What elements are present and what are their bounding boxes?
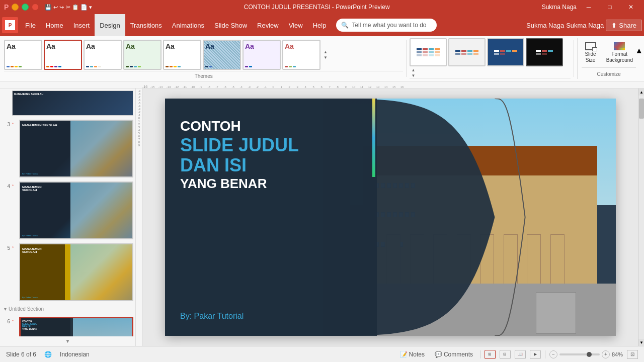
theme-item-7[interactable]: Aa xyxy=(243,40,281,70)
zoom-slider[interactable] xyxy=(559,353,600,355)
slide-title-line2: SLIDE JUDUL xyxy=(180,136,396,154)
zoom-out-btn[interactable]: − xyxy=(549,350,557,358)
theme-item-6[interactable]: Aa xyxy=(203,40,241,70)
themes-label: Themes xyxy=(4,71,403,79)
theme-item-4[interactable]: Aa xyxy=(123,40,162,70)
section-name: Untitled Section xyxy=(9,306,44,312)
canvas-area: CONTOH SLIDE JUDUL DAN ISI YANG BENAR By… xyxy=(143,88,638,346)
app-logo: P xyxy=(2,17,18,33)
titlebar-icons: 💾 ↩ ↪ ✂ 📋 📄 ▾ xyxy=(45,4,92,11)
format-background-button[interactable]: Format Background xyxy=(603,40,636,65)
slide-size-button[interactable]: Slide Size xyxy=(582,40,599,65)
variant-item-1[interactable] xyxy=(410,38,447,66)
panel-scroll-down[interactable]: ▼ xyxy=(0,336,135,346)
slide-text-area: CONTOH SLIDE JUDUL DAN ISI YANG BENAR xyxy=(180,119,396,191)
share-label: Share xyxy=(619,22,636,29)
titlebar-title: CONTOH JUDUL PRESENTASI - PowerPoint Pre… xyxy=(92,4,542,11)
fit-slide-btn[interactable]: ⊡ xyxy=(627,350,638,359)
slide-star-3: * xyxy=(12,120,17,126)
themes-scroll[interactable]: ▲ ▼ xyxy=(322,50,329,60)
menu-animations[interactable]: Animations xyxy=(167,14,209,36)
right-scrollbar[interactable]: ▲ ▼ xyxy=(638,88,644,346)
menu-right: Sukma Naga Sukma Naga ⬆ Share xyxy=(526,20,642,31)
maximize-icon xyxy=(22,4,29,11)
scroll-up-icon[interactable]: ▲ xyxy=(324,50,328,54)
win-maximize-btn[interactable]: □ xyxy=(601,0,619,14)
windows-row-2 xyxy=(375,212,415,217)
win-minimize-btn[interactable]: ─ xyxy=(580,0,598,14)
vruler-ticks: -9-8-7-6-5-4-3-2-10123456789 xyxy=(138,89,140,147)
slide-thumb-3[interactable]: MANAJEMEN SEKOLAH By: Pakar Tutorial xyxy=(19,120,133,177)
court xyxy=(350,284,616,336)
vertical-ruler: -9-8-7-6-5-4-3-2-10123456789 xyxy=(136,88,143,346)
variants-label: Variants xyxy=(410,78,571,81)
theme-item-1[interactable]: Aa xyxy=(4,40,42,70)
theme-item-5[interactable]: Aa xyxy=(163,40,201,70)
win-close-btn[interactable]: ✕ xyxy=(622,0,640,14)
main-area: MANAJEMEN SEKOLAH 3 * MANAJEMEN SEKOLAH xyxy=(0,88,644,346)
scroll-thumb[interactable] xyxy=(639,99,644,119)
menu-view[interactable]: View xyxy=(284,14,308,36)
search-bar[interactable]: 🔍 Tell me what you want to do xyxy=(336,19,437,32)
slideshow-btn[interactable]: ▶ xyxy=(530,350,541,359)
slide-number-3: 3 xyxy=(2,120,10,127)
titlebar-left: P 💾 ↩ ↪ ✂ 📋 📄 ▾ xyxy=(4,3,92,11)
slide-title-line1: CONTOH xyxy=(180,119,396,134)
variants-scroll[interactable]: ▲ ▼ xyxy=(410,68,417,78)
panel-down-arrow[interactable]: ▼ xyxy=(65,338,70,344)
slide-canvas[interactable]: CONTOH SLIDE JUDUL DAN ISI YANG BENAR By… xyxy=(165,99,616,336)
slide-star-5: * xyxy=(12,243,17,250)
notes-button[interactable]: 📝 Notes xyxy=(397,350,428,359)
slide-thumb-5[interactable]: MANAJEMEN SEKOLAH By: Pakar Tutorial xyxy=(19,243,133,301)
ribbon-divider-1 xyxy=(406,40,407,77)
reading-view-btn[interactable]: 📖 xyxy=(515,350,526,359)
slide-thumb-4[interactable]: MANAJEMEN SEKOLAH By: Pakar Tutorial xyxy=(19,182,133,239)
theme-item-8[interactable]: Aa xyxy=(282,40,320,70)
customize-label-text: Customize xyxy=(597,71,621,77)
menu-home[interactable]: Home xyxy=(41,14,68,36)
variants-scroll-down[interactable]: ▼ xyxy=(411,73,415,78)
zoom-thumb xyxy=(587,352,592,357)
slide-row-3: 3 * MANAJEMEN SEKOLAH By: Pakar Tutorial xyxy=(2,120,133,177)
zoom-percent: 84% xyxy=(612,351,623,357)
variant-item-3[interactable] xyxy=(487,38,524,66)
format-bg-icon xyxy=(614,42,625,50)
menu-review[interactable]: Review xyxy=(252,14,284,36)
variants-scroll-up[interactable]: ▲ xyxy=(411,68,415,72)
zoom-in-btn[interactable]: + xyxy=(602,350,610,358)
share-button[interactable]: ⬆ Share xyxy=(606,20,642,31)
comments-button[interactable]: 💬 Comments xyxy=(432,350,476,359)
notes-label: Notes xyxy=(409,351,425,358)
zoom-area: − + 84% xyxy=(549,350,623,358)
slide-thumb-partial[interactable]: MANAJEMEN SEKOLAH xyxy=(12,90,133,116)
menu-insert[interactable]: Insert xyxy=(68,14,95,36)
variant-item-4[interactable] xyxy=(526,38,563,66)
share-icon: ⬆ xyxy=(611,22,617,29)
variant-item-2[interactable] xyxy=(448,38,486,66)
minimize-icon xyxy=(12,4,19,11)
notes-icon: 📝 xyxy=(400,351,408,358)
slide-thumb-6[interactable]: CONTOH SLIDE JUDUL DAN ISI YANG BENAR By… xyxy=(19,317,133,336)
customize-label: Customize xyxy=(582,67,636,78)
building xyxy=(363,146,597,293)
theme-item-2[interactable]: Aa xyxy=(44,40,82,70)
scroll-up-btn[interactable]: ▲ xyxy=(638,88,644,96)
scroll-down-icon[interactable]: ▼ xyxy=(324,55,328,60)
search-icon: 🔍 xyxy=(341,22,349,29)
normal-view-btn[interactable]: ⊞ xyxy=(485,350,496,359)
themes-section: Aa Aa xyxy=(4,38,403,79)
theme-item-3[interactable]: Aa xyxy=(84,40,122,70)
menu-file[interactable]: File xyxy=(20,14,41,36)
language-label: Indonesian xyxy=(60,351,90,358)
customize-buttons: Slide Size Format Background xyxy=(582,40,636,65)
slide-title-line3: DAN ISI xyxy=(180,156,396,174)
scroll-down-btn[interactable]: ▼ xyxy=(638,339,644,346)
menu-slideshow[interactable]: Slide Show xyxy=(209,14,252,36)
collapse-ribbon-btn[interactable]: ▲ xyxy=(634,45,644,56)
menu-transitions[interactable]: Transitions xyxy=(125,14,167,36)
variants-section: ▲ ▼ Variants xyxy=(410,38,571,79)
slide-sorter-btn[interactable]: ⊟ xyxy=(500,350,511,359)
section-collapse-icon[interactable]: ▾ xyxy=(4,306,7,312)
menu-design[interactable]: Design xyxy=(95,14,125,36)
menu-help[interactable]: Help xyxy=(308,14,332,36)
